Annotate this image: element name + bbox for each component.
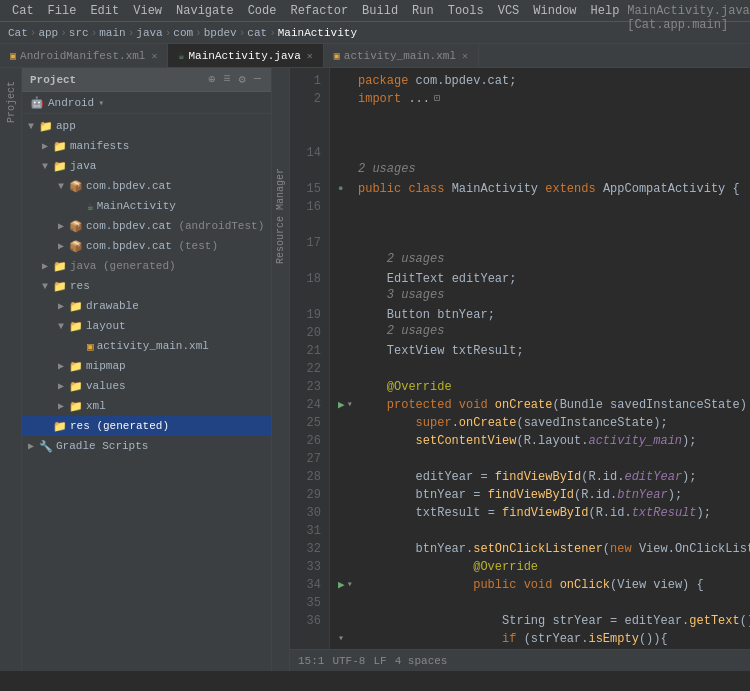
editor-area: 1 2 14 15 16 17 18 19 20 21 22 23 24 <box>290 68 750 671</box>
breadcrumb-java[interactable]: java <box>136 27 162 39</box>
panel-header: Project ⊕ ≡ ⚙ ─ <box>22 68 271 92</box>
breadcrumb-main[interactable]: main <box>99 27 125 39</box>
tab-manifest-close[interactable]: ✕ <box>151 50 157 62</box>
xml-icon: ▣ <box>10 50 16 62</box>
java-file-icon: ☕ <box>87 200 94 213</box>
tree-label-manifests: manifests <box>70 140 129 152</box>
tree-item-java[interactable]: ▼ 📁 java <box>22 156 271 176</box>
tree-item-res[interactable]: ▼ 📁 res <box>22 276 271 296</box>
menu-bar: Cat File Edit View Navigate Code Refacto… <box>0 0 750 22</box>
gutter-32: ▶ ▾ <box>338 576 358 594</box>
tree-item-pkg3[interactable]: ▶ 📦 com.bpdev.cat (test) <box>22 236 271 256</box>
tree-item-xml[interactable]: ▶ 📁 xml <box>22 396 271 416</box>
tree-item-manifests[interactable]: ▶ 📁 manifests <box>22 136 271 156</box>
tab-layout-close[interactable]: ✕ <box>462 50 468 62</box>
breadcrumb-mainactivity[interactable]: MainActivity <box>278 27 357 39</box>
code-line-19: TextView txtResult; <box>338 342 742 360</box>
collapse-icon-35[interactable]: ▾ <box>338 630 344 648</box>
breadcrumb-app[interactable]: app <box>38 27 58 39</box>
window-title: Cat - MainActivity.java [Cat.app.main] <box>627 0 749 32</box>
tree-item-values[interactable]: ▶ 📁 values <box>22 376 271 396</box>
tab-main-close[interactable]: ✕ <box>307 50 313 62</box>
menu-build[interactable]: Build <box>356 3 404 19</box>
line-numbers: 1 2 14 15 16 17 18 19 20 21 22 23 24 <box>290 68 330 649</box>
menu-vcs[interactable]: VCS <box>492 3 526 19</box>
code-line-blank14 <box>338 126 742 144</box>
breadcrumb-com[interactable]: com <box>173 27 193 39</box>
breadcrumb-cat2[interactable]: cat <box>247 27 267 39</box>
code-line-23: super.onCreate(savedInstanceState); <box>338 414 742 432</box>
code-line-usage-btn: 3 usages <box>338 288 742 306</box>
code-line-18: Button btnYear; <box>338 306 742 324</box>
menu-file[interactable]: File <box>42 3 83 19</box>
code-content[interactable]: package com.bpdev.cat; import ... ⊡ 2 <box>330 68 750 649</box>
tree-label-mipmap: mipmap <box>86 360 126 372</box>
code-line-blank14b <box>338 144 742 162</box>
tree-item-mainactivity[interactable]: ☕ MainActivity <box>22 196 271 216</box>
run-icon[interactable]: ▶ <box>338 396 345 414</box>
menu-navigate[interactable]: Navigate <box>170 3 240 19</box>
tree-label-app: app <box>56 120 76 132</box>
tree-label-xml: xml <box>86 400 106 412</box>
menu-window[interactable]: Window <box>527 3 582 19</box>
xml-icon2: ▣ <box>334 50 340 62</box>
status-line-col: 15:1 <box>298 655 324 667</box>
code-line-usage-class: 2 usages <box>338 162 742 180</box>
tree-item-gradle[interactable]: ▶ 🔧 Gradle Scripts <box>22 436 271 456</box>
folder-icon-mipmap: 📁 <box>69 360 83 373</box>
menu-help[interactable]: Help <box>585 3 626 19</box>
tree-arrow-layout: ▼ <box>56 321 66 332</box>
menu-edit[interactable]: Edit <box>84 3 125 19</box>
menu-code[interactable]: Code <box>242 3 283 19</box>
tree-item-res-gen[interactable]: 📁 res (generated) <box>22 416 271 436</box>
code-line-31: @Override <box>338 558 742 576</box>
java-icon: ☕ <box>178 50 184 62</box>
code-line-24: setContentView(R.layout.activity_main); <box>338 432 742 450</box>
resource-manager-strip[interactable]: Resource Manager <box>272 68 290 671</box>
tree-item-drawable[interactable]: ▶ 📁 drawable <box>22 296 271 316</box>
collapse-icon-22[interactable]: ▾ <box>347 396 353 414</box>
code-line-26: editYear = findViewById(R.id.editYear); <box>338 468 742 486</box>
menu-tools[interactable]: Tools <box>442 3 490 19</box>
tree-item-activity-main[interactable]: ▣ activity_main.xml <box>22 336 271 356</box>
menu-run[interactable]: Run <box>406 3 440 19</box>
tree-arrow-xml: ▶ <box>56 400 66 412</box>
project-toggle-icon[interactable]: Project <box>2 72 20 132</box>
menu-refactor[interactable]: Refactor <box>284 3 354 19</box>
android-dropdown[interactable]: 🤖 Android ▾ <box>22 92 271 114</box>
code-line-29 <box>338 522 742 540</box>
panel-tool-settings[interactable]: ⚙ <box>237 72 248 87</box>
fold-icon-import[interactable]: ⊡ <box>434 90 440 108</box>
tab-layout[interactable]: ▣ activity_main.xml ✕ <box>324 44 479 67</box>
tree-item-pkg1[interactable]: ▼ 📦 com.bpdev.cat <box>22 176 271 196</box>
dropdown-arrow-icon: ▾ <box>98 97 104 109</box>
menu-view[interactable]: View <box>127 3 168 19</box>
tab-manifest[interactable]: ▣ AndroidManifest.xml ✕ <box>0 44 168 67</box>
tree-label-java: java <box>70 160 96 172</box>
code-line-usage-edit: 2 usages <box>338 252 742 270</box>
folder-icon-java: 📁 <box>53 160 67 173</box>
breadcrumb-bpdev[interactable]: bpdev <box>204 27 237 39</box>
code-line-32: ▶ ▾ public void onClick(View view) { <box>338 576 742 594</box>
tree-label-drawable: drawable <box>86 300 139 312</box>
collapse-icon-32[interactable]: ▾ <box>347 576 353 594</box>
gutter-22: ▶ ▾ <box>338 396 358 414</box>
breadcrumb-cat[interactable]: Cat <box>8 27 28 39</box>
tree-item-pkg2[interactable]: ▶ 📦 com.bpdev.cat (androidTest) <box>22 216 271 236</box>
panel-tool-collapse[interactable]: ≡ <box>221 72 232 87</box>
run-icon-2[interactable]: ▶ <box>338 576 345 594</box>
tree-item-app[interactable]: ▼ 📁 app <box>22 116 271 136</box>
tab-main[interactable]: ☕ MainActivity.java ✕ <box>168 44 323 67</box>
panel-tools: ⊕ ≡ ⚙ ─ <box>206 72 263 87</box>
left-sidebar-strip: Project <box>0 68 22 671</box>
tree-item-mipmap[interactable]: ▶ 📁 mipmap <box>22 356 271 376</box>
tree-label-res: res <box>70 280 90 292</box>
xml-file-icon: ▣ <box>87 340 94 353</box>
panel-tool-locate[interactable]: ⊕ <box>206 72 217 87</box>
breadcrumb-src[interactable]: src <box>69 27 89 39</box>
tree-item-layout[interactable]: ▼ 📁 layout <box>22 316 271 336</box>
panel-tool-minimize[interactable]: ─ <box>252 72 263 87</box>
folder-icon-xml: 📁 <box>69 400 83 413</box>
code-line-33 <box>338 594 742 612</box>
tree-item-java-gen[interactable]: ▶ 📁 java (generated) <box>22 256 271 276</box>
